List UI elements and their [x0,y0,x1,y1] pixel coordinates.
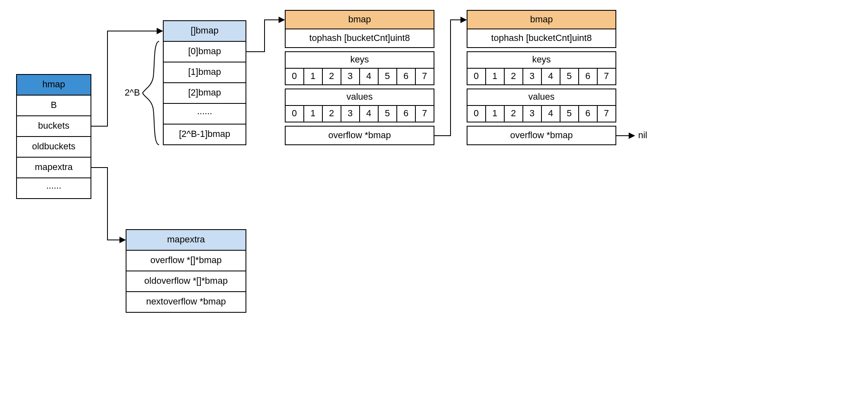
bucket-item: [1]bmap [188,67,221,77]
slot: 4 [548,108,553,118]
arrow-icon [91,31,162,126]
brace-icon [143,41,159,145]
bmap-values-label: values [528,91,555,102]
mapextra-field: overflow *[]*bmap [150,255,222,265]
value-slots: 0 1 2 3 4 5 6 7 [467,105,616,122]
slot: 6 [585,71,590,81]
bmap-tophash: tophash [bucketCnt]uint8 [491,33,591,43]
slot: 2 [511,71,516,81]
slot: 3 [529,71,534,81]
slot: 1 [310,71,315,81]
bmap-struct-overflow: bmap tophash [bucketCnt]uint8 keys 0 1 2… [467,10,616,145]
bmap-keys-label: keys [532,54,551,65]
slot: 6 [403,71,408,81]
arrow-icon [434,20,466,136]
nil-label: nil [638,130,647,140]
slot: 5 [385,108,390,118]
mapextra-field: nextoverflow *bmap [146,296,226,307]
bucket-array-title: []bmap [191,25,218,36]
bmap-title: bmap [530,14,553,24]
slot: 4 [366,108,371,118]
slot: 2 [329,71,334,81]
bmap-tophash: tophash [bucketCnt]uint8 [309,33,410,43]
arrow-icon [91,168,125,240]
slot: 6 [585,108,590,118]
slot: 7 [604,108,609,118]
arrow-icon [246,20,284,52]
hmap-field: B [51,100,57,110]
mapextra-struct: mapextra overflow *[]*bmap oldoverflow *… [126,230,246,312]
slot: 5 [385,71,390,81]
slot: 3 [348,108,353,118]
hmap-field: ······ [46,182,62,193]
slot: 2 [329,108,334,118]
key-slots: 0 1 2 3 4 5 6 7 [467,68,616,85]
slot: 1 [492,108,497,118]
hmap-field: buckets [38,120,69,131]
bmap-keys-label: keys [350,54,369,65]
bucket-item: [2^B-1]bmap [179,129,230,139]
slot: 4 [366,71,371,81]
bmap-values-label: values [346,91,373,102]
bmap-title: bmap [348,14,371,24]
slot: 7 [422,71,427,81]
bucket-item: [0]bmap [188,46,221,56]
slot: 3 [348,71,353,81]
slot: 1 [310,108,315,118]
slot: 2 [511,108,516,118]
slot: 4 [548,71,553,81]
bucket-item: ······ [197,108,212,118]
slot: 1 [492,71,497,81]
bucket-item: [2]bmap [188,87,221,98]
slot: 0 [474,108,479,118]
bmap-struct: bmap tophash [bucketCnt]uint8 keys 0 1 2… [285,10,434,145]
mapextra-field: oldoverflow *[]*bmap [144,276,228,286]
bucket-array: []bmap [0]bmap [1]bmap [2]bmap ······ [2… [163,21,246,145]
bmap-overflow: overflow *bmap [510,130,573,140]
hmap-struct: hmap B buckets oldbuckets mapextra ·····… [17,74,91,199]
hmap-title: hmap [42,79,65,89]
bmap-overflow: overflow *bmap [328,130,391,140]
slot: 5 [567,71,572,81]
slot: 0 [474,71,479,81]
slot: 5 [567,108,572,118]
mapextra-title: mapextra [167,234,205,244]
key-slots: 0 1 2 3 4 5 6 7 [285,68,434,85]
bucket-size-label: 2^B [124,87,140,98]
slot: 7 [604,71,609,81]
hmap-field: oldbuckets [32,141,75,151]
hmap-field: mapextra [35,162,73,172]
slot: 0 [292,108,297,118]
slot: 6 [403,108,408,118]
slot: 3 [529,108,534,118]
value-slots: 0 1 2 3 4 5 6 7 [285,105,434,122]
slot: 7 [422,108,427,118]
slot: 0 [292,71,297,81]
